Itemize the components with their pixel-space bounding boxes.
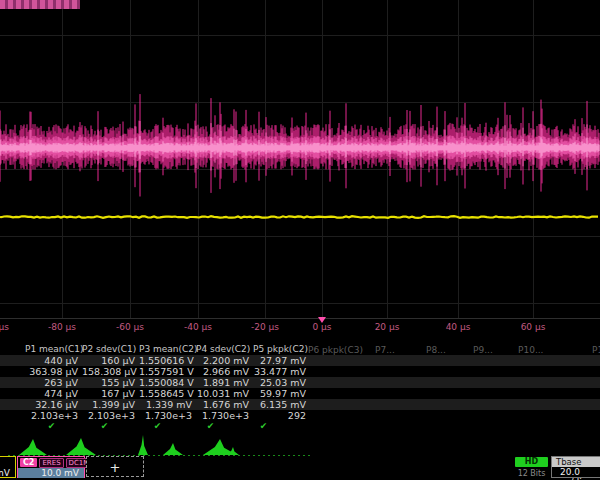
measurement-cell: 1.676 mV xyxy=(196,399,253,410)
c1-trace xyxy=(0,216,598,218)
histicon-peak xyxy=(19,439,47,455)
spacer xyxy=(0,388,25,399)
c1-vertical-scale: 10.0 mV xyxy=(0,468,15,478)
axis-tick-label: -20 µs xyxy=(251,322,279,332)
measurement-table: P1 mean(C1)P2 sdev(C1)P3 mean(C2)P4 sdev… xyxy=(0,344,600,432)
parameter-header[interactable]: P1 mean(C1) xyxy=(25,344,82,355)
table-row: 32.16 µV1.399 µV1.339 mV1.676 mV6.135 mV xyxy=(0,399,600,410)
histicon-peak xyxy=(163,443,183,455)
measurement-cell: 2.200 mV xyxy=(196,355,253,366)
measurement-header-row: P1 mean(C1)P2 sdev(C1)P3 mean(C2)P4 sdev… xyxy=(0,344,600,355)
measurement-cell: 1.730e+3 xyxy=(139,410,196,421)
measurement-cell: 1.891 mV xyxy=(196,377,253,388)
timebase-scale: 20.0 µs/div xyxy=(552,467,600,477)
unused-parameter-header: P1 xyxy=(592,345,600,355)
measurement-cell: 1.399 µV xyxy=(82,399,139,410)
axis-tick-label: -40 µs xyxy=(184,322,212,332)
measurement-cell: 32.16 µV xyxy=(25,399,82,410)
table-row: 474 µV167 µV1.558645 V10.031 mV59.97 mV xyxy=(0,388,600,399)
measurement-cell: 160 µV xyxy=(82,355,139,366)
c2-chip: C2 xyxy=(20,458,37,467)
spacer xyxy=(0,344,25,355)
axis-tick-label: 40 µs xyxy=(446,322,471,332)
hd-mode-badge: HD xyxy=(515,457,548,467)
measurement-cell: 1.557591 V xyxy=(139,366,196,377)
timebase-descriptor[interactable]: Tbase 20.0 µs/div xyxy=(551,456,600,478)
hd-bits-label: 12 Bits xyxy=(515,469,548,478)
table-row: 2.103e+32.103e+31.730e+31.730e+3292 xyxy=(0,410,600,421)
parameter-header[interactable]: P2 sdev(C1) xyxy=(82,344,139,355)
c2-eres-badge: ERES xyxy=(39,458,63,468)
measurement-rows: 440 µV160 µV1.550616 V2.200 mV27.97 mV36… xyxy=(0,355,600,432)
measurement-cell: 10.031 mV xyxy=(196,388,253,399)
unused-parameter-header: P6 pkpk(C3) xyxy=(308,345,363,355)
measurement-cell: 292 xyxy=(253,410,310,421)
axis-tick-label: 20 µs xyxy=(375,322,400,332)
measurement-cell: 1.550084 V xyxy=(139,377,196,388)
parameter-header[interactable]: P4 sdev(C2) xyxy=(196,344,253,355)
measurement-cell: 2.966 mV xyxy=(196,366,253,377)
channel-c2-descriptor[interactable]: C2 ERES DC1M 10.0 mV xyxy=(17,456,85,478)
timebase-title: Tbase xyxy=(552,457,600,467)
measurement-cell: 33.477 mV xyxy=(253,366,310,377)
waveform-grid xyxy=(0,0,600,318)
time-axis xyxy=(0,318,600,319)
measurement-cell: 1.339 mV xyxy=(139,399,196,410)
measurement-cell: 1.558645 V xyxy=(139,388,196,399)
spacer xyxy=(0,366,25,377)
spacer xyxy=(0,410,25,421)
unused-parameter-header: P10... xyxy=(518,345,543,355)
waveform-traces xyxy=(0,0,600,318)
c2-vertical-scale: 10.0 mV xyxy=(18,468,84,478)
table-row: 363.98 µV158.308 µV1.557591 V2.966 mV33.… xyxy=(0,366,600,377)
axis-tick-label: -80 µs xyxy=(48,322,76,332)
measurement-cell: 27.97 mV xyxy=(253,355,310,366)
spacer xyxy=(0,421,25,432)
measurement-cell: 158.308 µV xyxy=(82,366,139,377)
oscilloscope-screen: -100 µs-80 µs-60 µs-40 µs-20 µs0 µs20 µs… xyxy=(0,0,600,480)
status-row: ✔✔✔✔✔ xyxy=(0,421,600,432)
axis-tick-label: 60 µs xyxy=(521,322,546,332)
histicons xyxy=(0,434,600,458)
measurement-cell: 59.97 mV xyxy=(253,388,310,399)
status-check-icon: ✔ xyxy=(237,421,290,432)
axis-tick-label: 0 µs xyxy=(312,322,331,332)
measurement-cell: 363.98 µV xyxy=(25,366,82,377)
cropped-pink-label xyxy=(0,0,80,9)
measurement-cell: 1.550616 V xyxy=(139,355,196,366)
table-row: 440 µV160 µV1.550616 V2.200 mV27.97 mV xyxy=(0,355,600,366)
status-check-icon: ✔ xyxy=(78,421,131,432)
parameter-header[interactable]: P3 mean(C2) xyxy=(139,344,196,355)
histicon-peak xyxy=(66,438,96,455)
measurement-cell: 2.103e+3 xyxy=(25,410,82,421)
measurement-cell: 263 µV xyxy=(25,377,82,388)
histicon-peak xyxy=(138,435,148,455)
status-check-icon: ✔ xyxy=(131,421,184,432)
axis-tick-label: -100 µs xyxy=(0,322,9,332)
measurement-cell: 167 µV xyxy=(82,388,139,399)
measurement-cell: 2.103e+3 xyxy=(82,410,139,421)
unused-parameter-header: P7... xyxy=(375,345,395,355)
unused-parameter-header: P9... xyxy=(473,345,493,355)
measurement-cell: 440 µV xyxy=(25,355,82,366)
spacer xyxy=(0,377,25,388)
table-row: 263 µV155 µV1.550084 V1.891 mV25.03 mV xyxy=(0,377,600,388)
add-trace-button[interactable]: + xyxy=(86,456,144,477)
measurement-cell: 1.730e+3 xyxy=(196,410,253,421)
parameter-header[interactable]: P5 pkpk(C2) xyxy=(253,344,310,355)
axis-tick-label: -60 µs xyxy=(116,322,144,332)
measurement-cell: 474 µV xyxy=(25,388,82,399)
spacer xyxy=(0,355,25,366)
measurement-cell: 25.03 mV xyxy=(253,377,310,388)
spacer xyxy=(0,399,25,410)
status-check-icon: ✔ xyxy=(184,421,237,432)
measurement-cell: 155 µV xyxy=(82,377,139,388)
status-check-icon: ✔ xyxy=(25,421,78,432)
channel-c1-descriptor[interactable]: C1 DC1M 10.0 mV xyxy=(0,456,16,478)
measurement-cell: 6.135 mV xyxy=(253,399,310,410)
unused-parameter-header: P8... xyxy=(426,345,446,355)
